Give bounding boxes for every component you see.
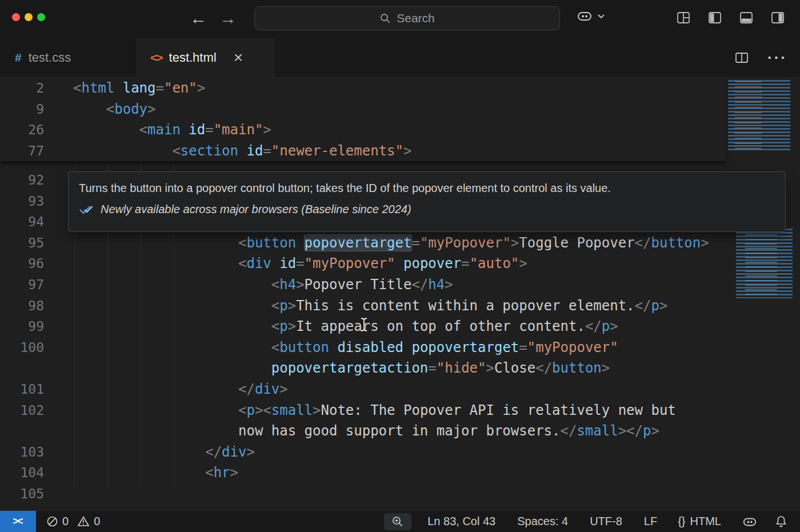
eol-setting[interactable]: LF [644, 515, 657, 528]
line-number[interactable]: 96 [0, 253, 44, 274]
code-token: div [222, 444, 246, 460]
code-line[interactable]: 97 <h4>Popover Title</h4> [0, 274, 731, 295]
remote-indicator[interactable]: >< [0, 511, 36, 532]
code-token: > [511, 235, 519, 251]
code-token: p [246, 402, 254, 418]
toggle-primary-sidebar-button[interactable] [707, 10, 722, 25]
split-editor-icon[interactable] [734, 50, 749, 65]
search-placeholder: Search [397, 11, 435, 25]
copilot-menu-button[interactable] [576, 9, 605, 23]
code-text: </div> [44, 442, 255, 463]
line-number[interactable]: 93 [0, 191, 44, 212]
search-box[interactable]: Search [254, 6, 560, 30]
copilot-status-icon[interactable] [742, 515, 758, 529]
line-number[interactable] [0, 421, 44, 442]
vscode-window: ← → Search [0, 0, 800, 532]
indentation-setting[interactable]: Spaces: 4 [517, 515, 568, 528]
window-close-button[interactable] [12, 13, 20, 21]
code-token: Note: The Popover API is relatively new … [321, 402, 676, 418]
code-line[interactable]: popovertargetaction="hide">Close</button… [0, 358, 731, 379]
code-token: >< [255, 402, 271, 418]
line-number[interactable]: 9 [0, 99, 44, 120]
customize-layout-button[interactable] [676, 10, 691, 25]
statusbar-right: Ln 83, Col 43 Spaces: 4 UTF-8 LF {} HTML [384, 513, 800, 530]
code-line[interactable]: 105 [0, 483, 731, 505]
code-line[interactable]: 77 <section id="newer-elements"> [0, 141, 726, 162]
code-text: <section id="newer-elements"> [44, 141, 411, 162]
window-zoom-button[interactable] [37, 13, 45, 21]
back-button[interactable]: ← [190, 7, 207, 30]
code-token: </ [585, 318, 602, 334]
line-number[interactable]: 103 [0, 442, 44, 463]
code-line[interactable]: 101 </div> [0, 379, 731, 400]
html-file-icon: <> [150, 51, 162, 65]
line-number[interactable]: 104 [0, 462, 44, 483]
code-token: button [651, 235, 701, 251]
line-number[interactable]: 99 [0, 316, 44, 337]
problems-indicator[interactable]: 0 0 [46, 515, 100, 528]
code-token: This is content within a popover element… [296, 298, 634, 314]
error-icon [46, 515, 58, 527]
code-token: > [701, 235, 709, 251]
code-token: < [271, 339, 279, 355]
code-text: <button disabled popovertarget="myPopove… [44, 337, 618, 358]
code-token: < [172, 143, 180, 159]
window-minimize-button[interactable] [25, 13, 33, 21]
minimap[interactable] [726, 78, 800, 510]
more-actions-icon[interactable]: ··· [767, 49, 787, 67]
code-token: button [552, 360, 602, 376]
line-number[interactable]: 101 [0, 379, 44, 400]
forward-button[interactable]: → [219, 7, 237, 30]
code-token: > [659, 298, 667, 314]
line-number[interactable]: 95 [0, 233, 44, 254]
code-line[interactable]: 102 <p><small>Note: The Popover API is r… [0, 400, 731, 421]
code-line[interactable]: now has good support in major browsers.<… [0, 421, 731, 442]
code-line[interactable]: 2<html lang="en"> [0, 78, 726, 99]
code-token: > [246, 444, 254, 460]
cursor-position[interactable]: Ln 83, Col 43 [427, 515, 495, 528]
code-line[interactable]: 96 <div id="myPopover" popover="auto"> [0, 253, 731, 274]
code-token: > [313, 402, 321, 418]
line-number[interactable]: 26 [0, 119, 44, 141]
tab-close-button[interactable]: × [234, 52, 243, 63]
code-token: "myPopover" [527, 339, 618, 355]
code-line[interactable]: 104 <hr> [0, 462, 731, 483]
line-number[interactable]: 97 [0, 274, 44, 295]
notifications-bell-icon[interactable] [775, 515, 787, 528]
code-line[interactable]: 26 <main id="main"> [0, 119, 726, 141]
code-text: </div> [44, 379, 288, 400]
line-number[interactable]: 92 [0, 170, 44, 191]
code-token: popovertargetaction [271, 360, 429, 376]
line-number[interactable]: 94 [0, 211, 44, 233]
language-mode[interactable]: {} HTML [678, 515, 721, 528]
code-token: = [156, 80, 164, 96]
code-text: <body> [44, 99, 156, 120]
toggle-secondary-sidebar-button[interactable] [770, 10, 785, 25]
line-number[interactable]: 100 [0, 337, 44, 358]
code-token: h4 [428, 277, 445, 293]
code-line[interactable]: 100 <button disabled popovertarget="myPo… [0, 337, 731, 358]
code-line[interactable]: 98 <p>This is content within a popover e… [0, 295, 731, 317]
code-token: h4 [279, 277, 296, 293]
error-count: 0 [62, 515, 69, 528]
line-number[interactable]: 105 [0, 483, 44, 505]
editor[interactable]: 92939495 <button popovertarget="myPopove… [0, 78, 800, 510]
line-number[interactable]: 102 [0, 400, 44, 421]
code-token [395, 255, 403, 271]
code-line[interactable]: 95 <button popovertarget="myPopover">Tog… [0, 233, 731, 254]
line-number[interactable]: 77 [0, 141, 44, 162]
layout-controls [676, 10, 785, 25]
code-token: body [114, 101, 147, 117]
code-token: = [296, 255, 304, 271]
code-line[interactable]: 103 </div> [0, 442, 731, 463]
line-number[interactable]: 98 [0, 295, 44, 317]
line-number[interactable]: 2 [0, 78, 44, 99]
tab-test-html[interactable]: <> test.html × [135, 38, 275, 78]
zoom-status-button[interactable] [384, 513, 411, 530]
toggle-panel-button[interactable] [739, 10, 754, 25]
line-number[interactable] [0, 358, 44, 379]
encoding-setting[interactable]: UTF-8 [590, 515, 622, 528]
chevron-down-icon [597, 14, 605, 19]
tab-test-css[interactable]: # test.css [0, 38, 135, 78]
code-line[interactable]: 9 <body> [0, 99, 726, 120]
